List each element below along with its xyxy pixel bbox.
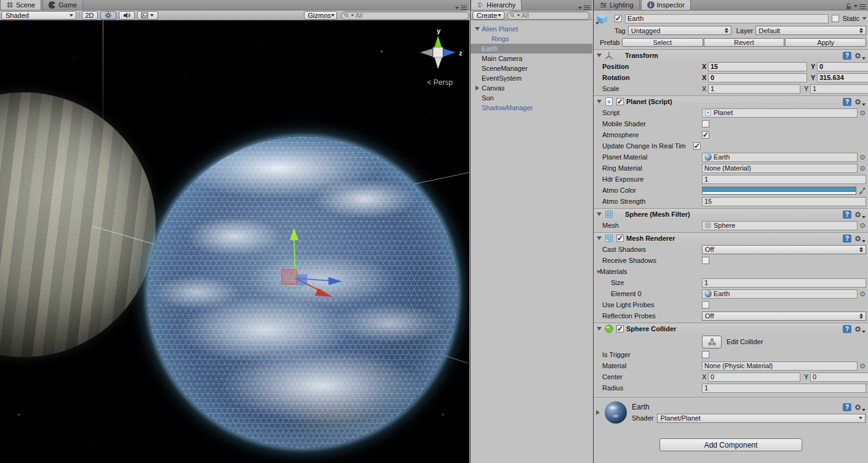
- hierarchy-item-eventsystem[interactable]: EventSystem: [471, 73, 592, 83]
- prefab-revert-button[interactable]: Revert: [704, 38, 785, 47]
- hierarchy-item-earth[interactable]: Earth: [471, 44, 592, 54]
- hierarchy-item-scenemanager[interactable]: SceneManager: [471, 63, 592, 73]
- hierarchy-item-rings[interactable]: Rings: [471, 34, 592, 44]
- tab-scene[interactable]: Scene: [0, 0, 41, 10]
- collider-enabled-checkbox[interactable]: [616, 325, 624, 332]
- center-x-field[interactable]: [708, 372, 800, 382]
- hierarchy-search[interactable]: [507, 11, 590, 20]
- tab-hierarchy[interactable]: Hierarchy: [471, 0, 522, 10]
- gear-icon[interactable]: [854, 98, 866, 106]
- layer-dropdown[interactable]: Default: [755, 26, 866, 35]
- edit-collider-button[interactable]: [702, 336, 722, 348]
- help-icon[interactable]: ?: [843, 98, 851, 106]
- hdr-exposure-field[interactable]: [702, 175, 866, 184]
- scene-audio-button[interactable]: [119, 11, 135, 20]
- object-picker-icon[interactable]: ⊙: [859, 222, 866, 230]
- scene-effects-button[interactable]: [137, 11, 158, 20]
- planet-material-field[interactable]: Earth: [702, 153, 858, 162]
- z-axis-arrow-head[interactable]: [328, 277, 342, 285]
- help-icon[interactable]: ?: [843, 403, 851, 411]
- foldout-open-icon[interactable]: [597, 236, 602, 240]
- foldout-open-icon[interactable]: [597, 270, 601, 273]
- hierarchy-item-main-camera[interactable]: Main Camera: [471, 54, 592, 63]
- gizmo-x-cone[interactable]: [420, 49, 432, 57]
- foldout-closed-icon[interactable]: [596, 410, 600, 415]
- hierarchy-item-shadowmanager[interactable]: ShadowManager: [471, 103, 592, 113]
- y-axis-arrow-head[interactable]: [290, 228, 298, 240]
- scene-search[interactable]: [341, 11, 470, 20]
- view-orientation-gizmo[interactable]: y z: [410, 25, 466, 80]
- script-object-field[interactable]: # Planet: [702, 108, 858, 118]
- tab-game[interactable]: Game: [42, 0, 83, 10]
- foldout-open-icon[interactable]: [597, 327, 602, 331]
- static-chevron-icon[interactable]: [862, 17, 866, 20]
- atmo-color-swatch[interactable]: [702, 187, 856, 195]
- gizmo-center-cube[interactable]: [433, 47, 443, 57]
- xy-plane-handle[interactable]: [282, 270, 297, 284]
- gear-icon[interactable]: [854, 211, 866, 219]
- gear-icon[interactable]: [854, 235, 866, 243]
- renderer-enabled-checkbox[interactable]: [616, 235, 624, 242]
- help-icon[interactable]: ?: [843, 52, 851, 60]
- object-picker-icon[interactable]: ⊙: [859, 109, 866, 117]
- element0-field[interactable]: Earth: [702, 289, 858, 299]
- script-enabled-checkbox[interactable]: [616, 98, 624, 105]
- gizmo-down-cone[interactable]: [434, 57, 442, 69]
- hierarchy-item-sun[interactable]: Sun: [471, 93, 592, 103]
- gear-icon[interactable]: [854, 403, 866, 411]
- rotation-y-field[interactable]: [817, 73, 868, 83]
- foldout-open-icon[interactable]: [597, 54, 602, 57]
- gameobject-name-field[interactable]: [625, 14, 829, 23]
- gizmos-dropdown[interactable]: Gizmos: [304, 11, 337, 20]
- position-x-field[interactable]: [708, 62, 807, 71]
- atmosphere-checkbox[interactable]: [702, 131, 709, 139]
- eyedropper-icon[interactable]: [858, 187, 866, 195]
- foldout-open-icon[interactable]: [475, 27, 480, 31]
- static-checkbox[interactable]: [832, 15, 839, 22]
- hierarchy-search-input[interactable]: [522, 12, 586, 19]
- 2d-toggle-button[interactable]: 2D: [82, 11, 98, 20]
- is-trigger-checkbox[interactable]: [702, 351, 709, 358]
- hierarchy-item-canvas[interactable]: Canvas: [471, 83, 592, 93]
- update-realtime-checkbox[interactable]: [693, 142, 701, 150]
- help-icon[interactable]: ?: [843, 211, 851, 219]
- physic-material-field[interactable]: None (Physic Material): [702, 361, 858, 371]
- earth-material-thumbnail[interactable]: [605, 401, 627, 424]
- help-icon[interactable]: ?: [843, 325, 851, 333]
- materials-size-field[interactable]: [702, 278, 866, 288]
- scale-x-field[interactable]: [708, 84, 800, 94]
- tag-dropdown[interactable]: Untagged: [628, 26, 731, 35]
- position-y-field[interactable]: [817, 62, 868, 71]
- object-picker-icon[interactable]: ⊙: [859, 362, 866, 370]
- hierarchy-panel-menu[interactable]: [578, 6, 592, 10]
- perspective-toggle[interactable]: < Persp: [413, 78, 466, 87]
- foldout-open-icon[interactable]: [597, 100, 602, 103]
- x-axis-arrow-head[interactable]: [315, 288, 332, 297]
- atmo-strength-field[interactable]: [702, 197, 866, 206]
- rotation-x-field[interactable]: [708, 73, 807, 83]
- shader-dropdown[interactable]: Planet/Planet: [657, 414, 866, 423]
- scene-viewport[interactable]: y z < Persp: [0, 20, 469, 463]
- create-dropdown[interactable]: Create: [472, 11, 504, 20]
- help-icon[interactable]: ?: [843, 235, 851, 243]
- mesh-object-field[interactable]: Sphere: [702, 221, 858, 230]
- scale-y-field[interactable]: [810, 84, 868, 94]
- materials-foldout-row[interactable]: Materials: [594, 266, 868, 277]
- render-mode-dropdown[interactable]: Shaded: [1, 11, 76, 20]
- gizmo-z-cone[interactable]: [444, 49, 456, 57]
- tab-lighting[interactable]: Lighting: [594, 0, 640, 10]
- object-picker-icon[interactable]: ⊙: [859, 153, 866, 161]
- inspector-panel-menu[interactable]: [845, 2, 868, 10]
- scene-search-input[interactable]: [356, 12, 465, 19]
- center-y-field[interactable]: [810, 372, 868, 382]
- light-probes-checkbox[interactable]: [702, 301, 709, 308]
- object-picker-icon[interactable]: ⊙: [859, 164, 866, 172]
- foldout-open-icon[interactable]: [597, 212, 602, 216]
- prefab-select-button[interactable]: Select: [622, 38, 703, 47]
- alien-planet-object[interactable]: [0, 92, 156, 357]
- receive-shadows-checkbox[interactable]: [702, 257, 709, 264]
- gameobject-icon-picker[interactable]: [595, 12, 611, 25]
- hierarchy-item-alien-planet[interactable]: Alien Planet: [471, 24, 592, 34]
- prefab-apply-button[interactable]: Apply: [785, 38, 866, 47]
- tab-inspector[interactable]: i Inspector: [641, 0, 691, 10]
